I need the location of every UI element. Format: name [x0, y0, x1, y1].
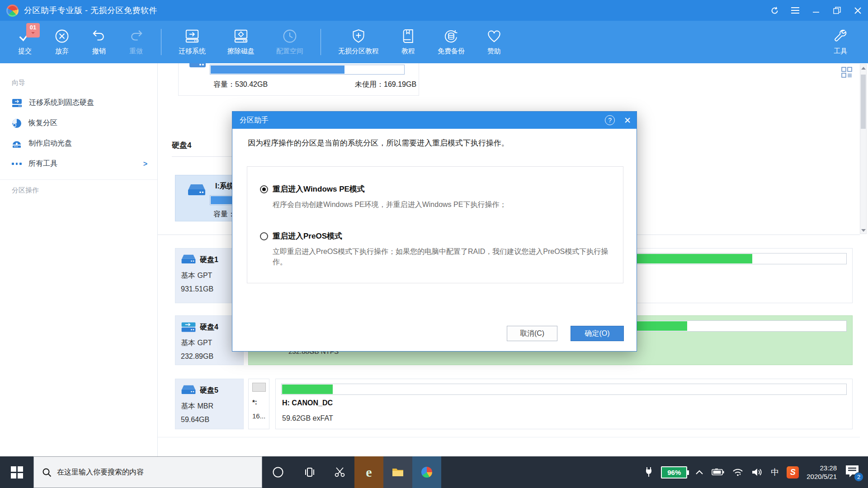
toolbar-divider	[161, 29, 161, 55]
sidebar-item-make-bootable-media[interactable]: 制作启动光盘	[0, 133, 157, 154]
layout-toggle-icon[interactable]	[841, 67, 852, 78]
pending-operations-badge[interactable]: 01	[26, 23, 40, 38]
ok-button[interactable]: 确定(O)	[571, 326, 624, 341]
sidebar: 向导 迁移系统到固态硬盘 恢复分区 制作启动光盘 所有工具 > 分区操作	[0, 63, 158, 456]
taskbar: e 96% 中 S 23:28 2020/5/21 2	[0, 456, 868, 488]
reboot-options-group: 重启进入Windows PE模式 程序会自动创建Windows PE环境，并重启…	[247, 166, 623, 283]
partition-usage-bar	[210, 65, 405, 75]
disk-row-3[interactable]: 硬盘5 基本 MBR 59.64GB *: 16... H: CANON_DC …	[175, 379, 853, 429]
undo-button[interactable]: 撤销	[80, 28, 118, 56]
disk-icon	[181, 385, 196, 396]
ime-indicator[interactable]: 中	[771, 467, 779, 478]
tutorial-button[interactable]: 教程	[390, 28, 427, 56]
sponsor-button[interactable]: 赞助	[476, 28, 513, 56]
allocate-space-button: 配置空间	[265, 28, 314, 56]
sidebar-item-migrate-os[interactable]: 迁移系统到固态硬盘	[0, 93, 157, 113]
dialog-close-icon[interactable]: ✕	[624, 115, 631, 126]
sidebar-divider	[0, 179, 157, 180]
sogou-input-icon[interactable]: S	[787, 466, 799, 479]
radio-windows-pe[interactable]	[260, 185, 268, 193]
disk-size: 232.89GB	[181, 352, 243, 361]
restore-icon[interactable]	[826, 0, 847, 21]
partition-size: 59.62GB exFAT	[282, 414, 333, 422]
battery-icon[interactable]	[712, 469, 724, 476]
start-button[interactable]	[0, 456, 33, 488]
search-input[interactable]	[57, 468, 247, 476]
partition-cell-small[interactable]: *: 16...	[248, 379, 269, 429]
partition-name: H: CANON_DC	[282, 399, 333, 407]
taskbar-app-partition-assistant[interactable]	[412, 456, 441, 488]
sidebar-item-label: 恢复分区	[28, 118, 57, 128]
drive-arrow-icon	[184, 28, 200, 44]
list-bottom-divider	[158, 437, 860, 437]
lossless-tutorial-button[interactable]: 无损分区教程	[327, 28, 390, 56]
vertical-scrollbar[interactable]	[860, 64, 867, 234]
folder-icon	[392, 467, 404, 478]
taskbar-app-browser[interactable]: e	[354, 456, 383, 488]
refresh-icon[interactable]	[764, 0, 785, 21]
notification-center-button[interactable]: 2	[844, 465, 862, 480]
radio-preos[interactable]	[260, 232, 268, 240]
sidebar-item-label: 迁移系统到固态硬盘	[29, 98, 94, 108]
task-view-button[interactable]	[294, 456, 326, 488]
sidebar-item-recover-partition[interactable]: 恢复分区	[0, 113, 157, 133]
disk-icon	[181, 321, 196, 333]
volume-icon[interactable]	[751, 467, 763, 477]
titlebar: 分区助手专业版 - 无损分区免费软件	[0, 0, 868, 21]
partition-capacity: 容量：530.42GB	[213, 80, 268, 89]
drive-eraser-icon	[233, 28, 249, 44]
disk-name: 硬盘4	[200, 323, 218, 332]
sidebar-item-label: 制作启动光盘	[28, 139, 72, 148]
screen: 分区助手专业版 - 无损分区免费软件 01 提交	[0, 0, 868, 488]
option-windows-pe[interactable]: 重启进入Windows PE模式	[260, 184, 365, 194]
notification-count-badge: 2	[854, 472, 863, 482]
taskbar-app-explorer[interactable]	[383, 456, 412, 488]
windows-logo-icon	[11, 466, 23, 479]
tray-expand-chevron-icon[interactable]	[695, 469, 704, 475]
migrate-drive-icon	[12, 99, 22, 108]
free-backup-button[interactable]: 免费备份	[427, 28, 476, 56]
cortana-button[interactable]	[262, 456, 294, 488]
option-preos[interactable]: 重启进入PreOS模式	[260, 231, 342, 241]
help-icon[interactable]: ?	[605, 115, 615, 125]
circle-x-icon	[54, 28, 70, 44]
wipe-disk-button[interactable]: 擦除磁盘	[217, 28, 265, 56]
taskbar-search[interactable]	[33, 456, 262, 488]
toolbar: 01 提交 放弃 撤销 重做 迁移系统 擦除磁盘 配置空间	[0, 21, 868, 63]
wifi-icon[interactable]	[732, 468, 744, 477]
window-controls	[764, 0, 868, 21]
scrollbar-thumb[interactable]	[861, 75, 866, 129]
tools-button[interactable]: 工具	[822, 28, 859, 56]
sidebar-item-all-tools[interactable]: 所有工具 >	[0, 154, 157, 174]
discard-button[interactable]: 放弃	[43, 28, 80, 56]
menu-icon[interactable]	[785, 0, 806, 21]
app-logo-icon	[6, 5, 19, 17]
dialog-header: 分区助手 ? ✕	[232, 112, 637, 129]
taskbar-clock[interactable]: 23:28 2020/5/21	[807, 464, 837, 481]
scroll-up-arrow[interactable]	[860, 65, 866, 71]
redo-icon	[128, 28, 144, 44]
window-title: 分区助手专业版 - 无损分区免费软件	[24, 5, 157, 16]
battery-percent-badge[interactable]: 96%	[661, 466, 687, 479]
partition-strip[interactable]: H: CANON_DC 59.62GB exFAT	[275, 379, 853, 429]
dialog-title: 分区助手	[240, 116, 269, 125]
drive-icon	[187, 183, 206, 198]
reboot-mode-dialog: 分区助手 ? ✕ 因为程序操作的分区是当前的系统分区，所以需要进入重启模式下执行…	[232, 111, 637, 352]
chevron-right-icon[interactable]: >	[143, 160, 147, 168]
wrench-icon	[833, 28, 848, 44]
partition-card-partial[interactable]: 容量：530.42GB 未使用：169.19GB	[178, 63, 419, 96]
scroll-down-arrow[interactable]	[860, 227, 866, 234]
partition-letter: *:	[252, 398, 269, 406]
disk-icon	[181, 254, 196, 266]
close-icon[interactable]	[847, 0, 868, 21]
disk-info-panel[interactable]: 硬盘5 基本 MBR 59.64GB	[175, 379, 244, 429]
cancel-button[interactable]: 取消(C)	[507, 326, 557, 341]
migrate-os-button[interactable]: 迁移系统	[168, 28, 217, 56]
minimize-icon[interactable]	[806, 0, 826, 21]
commit-button[interactable]: 01 提交	[6, 28, 43, 56]
partition-usage-bar	[281, 384, 847, 395]
disk-section-label: 硬盘4	[172, 140, 191, 150]
power-plug-icon[interactable]	[644, 467, 653, 478]
taskbar-app-snip[interactable]	[326, 456, 354, 488]
disk-name: 硬盘5	[200, 386, 218, 395]
